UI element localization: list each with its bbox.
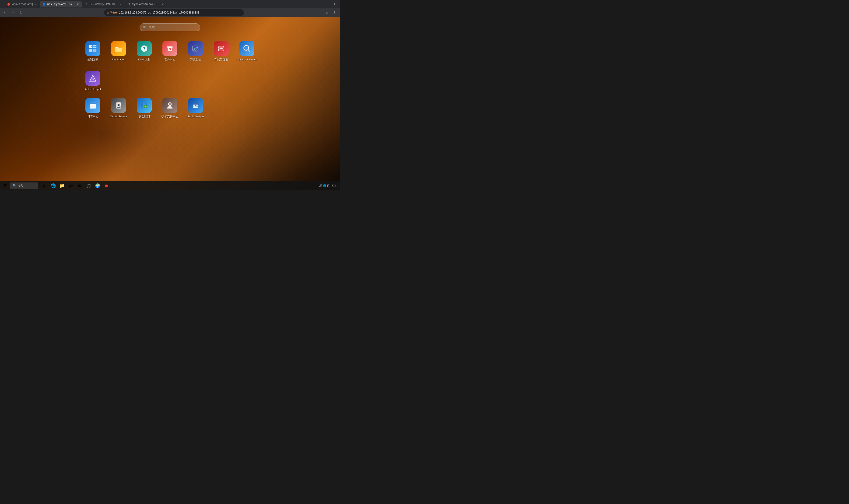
tab-label: nas - Synology DiskStation: [47, 3, 75, 6]
app-active-insight[interactable]: Ai Active Insight: [80, 68, 106, 93]
tab-favicon: 🔴: [7, 3, 10, 6]
taskbar-app-browser2[interactable]: 🌍: [93, 182, 102, 190]
address-bar: ← → ↻ ⚠ 不安全 192.168.3.228:5000/?_dc=1709…: [0, 8, 340, 17]
tab-label: S 下载中心 - DS918+ | Synology ...: [90, 2, 118, 6]
svg-text:?: ?: [143, 47, 145, 51]
bookmark-button[interactable]: ☆: [324, 9, 330, 16]
svg-text:Ai: Ai: [92, 78, 94, 80]
taskbar-clock: 202...: [331, 184, 338, 187]
search-bar[interactable]: 🔍 搜索: [140, 23, 200, 31]
app-label-oauth: OAuth Service: [110, 115, 127, 118]
app-icon-secure-signin: ✓: [137, 98, 152, 113]
svg-rect-10: [167, 47, 173, 48]
search-input[interactable]: 搜索: [149, 25, 155, 30]
app-san-manager[interactable]: SAN SAN Manager: [183, 96, 209, 121]
app-universal-search[interactable]: Universal Search: [234, 39, 260, 64]
taskbar-app-media[interactable]: 🎵: [85, 182, 93, 190]
app-storage-manager[interactable]: 存储管理器: [209, 39, 234, 64]
svg-point-33: [169, 103, 171, 105]
app-icon-support-center: [162, 98, 177, 113]
taskbar-app-taskview[interactable]: ⧉: [40, 182, 49, 190]
app-control-panel[interactable]: 控制面板: [80, 39, 106, 64]
taskbar-apps: ⧉ 🌐 📁 🛍 ✉ 🎵 🌍 ⏺: [40, 182, 111, 190]
taskbar-search-icon: 🔍: [13, 184, 16, 187]
svg-point-14: [218, 49, 224, 51]
app-label-san-manager: SAN Manager: [187, 115, 204, 118]
security-indicator: ⚠ 不安全: [107, 11, 118, 15]
app-oauth[interactable]: 🔍 OAuth Service: [106, 96, 131, 121]
app-label-support-center: 技术支持中心: [162, 115, 178, 118]
tabs-container: 🔴 login -f root (arpl) ✕ 🟦 nas - Synolog…: [4, 1, 331, 7]
app-icon-oauth: 🔍: [111, 98, 126, 113]
app-icon-file-station: [111, 41, 126, 56]
browser-tab-tab2[interactable]: 🟦 nas - Synology DiskStation ✕: [40, 1, 82, 7]
new-tab-button[interactable]: +: [331, 1, 338, 7]
forward-button[interactable]: →: [10, 9, 16, 16]
svg-point-17: [245, 47, 247, 49]
app-resource-monitor[interactable]: 资源监控: [183, 39, 209, 64]
taskbar-app-explorer[interactable]: 📁: [58, 182, 66, 190]
svg-text:✓: ✓: [144, 105, 146, 108]
tab-close-button[interactable]: ✕: [162, 3, 164, 6]
app-dsm-help[interactable]: ? DSM 说明: [131, 39, 157, 64]
app-icon-log-center: [86, 98, 100, 113]
refresh-button[interactable]: ↻: [18, 9, 24, 16]
tab-close-button[interactable]: ✕: [119, 3, 121, 6]
url-text: 192.168.3.228:5000/?_dc=1709023620124&dc…: [119, 11, 199, 14]
search-icon: 🔍: [143, 26, 147, 29]
browser-chrome: 🔴 login -f root (arpl) ✕ 🟦 nas - Synolog…: [0, 0, 340, 17]
tab-close-button[interactable]: ✕: [34, 3, 36, 6]
app-file-station[interactable]: File Station: [106, 39, 131, 64]
taskbar-app-mail[interactable]: ✉: [76, 182, 84, 190]
app-icon-resource-monitor: [188, 41, 203, 56]
taskbar: ⊞ 🔍 搜索 ⧉ 🌐 📁 🛍 ✉ 🎵 🌍 ⏺ 🔊 🌐 英 202...: [0, 181, 340, 191]
app-icon-control-panel: [86, 41, 100, 56]
browser-tab-tab4[interactable]: S Synology Archive Download Sit... ✕: [125, 1, 167, 7]
app-package-center[interactable]: S 套件中心: [157, 39, 183, 64]
app-log-center[interactable]: 日志中心: [80, 96, 106, 121]
taskbar-app-edge[interactable]: 🌐: [49, 182, 57, 190]
app-label-file-station: File Station: [112, 58, 125, 61]
tab-favicon: 🟦: [42, 3, 46, 6]
app-support-center[interactable]: 技术支持中心: [157, 96, 183, 121]
taskbar-right: 🔊 🌐 英 202...: [319, 184, 338, 187]
svg-text:S: S: [169, 48, 171, 51]
svg-rect-23: [90, 103, 96, 104]
start-button[interactable]: ⊞: [2, 182, 9, 190]
browser-tab-tab1[interactable]: 🔴 login -f root (arpl) ✕: [4, 1, 39, 7]
app-icon-active-insight: Ai: [86, 71, 100, 86]
desktop: 🔍 搜索 控制面板 File Station ? DSM 说明 S 套件中心: [0, 17, 340, 181]
app-label-resource-monitor: 资源监控: [190, 58, 201, 61]
app-label-log-center: 日志中心: [87, 115, 98, 118]
app-grid-row1: 控制面板 File Station ? DSM 说明 S 套件中心 资源监控 存…: [80, 39, 260, 93]
tab-favicon: S: [85, 3, 88, 6]
app-icon-storage-manager: [214, 41, 229, 56]
svg-rect-2: [89, 49, 92, 52]
tab-label: login -f root (arpl): [12, 3, 33, 6]
back-button[interactable]: ←: [2, 9, 8, 16]
app-label-universal-search: Universal Search: [237, 58, 257, 61]
url-box[interactable]: ⚠ 不安全 192.168.3.228:5000/?_dc=1709023620…: [104, 9, 244, 16]
taskbar-app-store[interactable]: 🛍: [67, 182, 75, 190]
app-icon-package-center: S: [162, 41, 177, 56]
tab-bar: 🔴 login -f root (arpl) ✕ 🟦 nas - Synolog…: [0, 0, 340, 8]
app-secure-signin[interactable]: ✓ 安全顾问: [131, 96, 157, 121]
tab-label: Synology Archive Download Sit...: [132, 3, 160, 6]
taskbar-search-label: 搜索: [18, 184, 23, 188]
app-label-dsm-help: DSM 说明: [138, 58, 150, 61]
svg-rect-5: [115, 48, 122, 52]
app-label-control-panel: 控制面板: [87, 58, 98, 61]
tab-close-button[interactable]: ✕: [77, 3, 79, 6]
app-grid-row2: 日志中心 🔍 OAuth Service ✓ 安全顾问 技术支持中心 SAN S…: [80, 96, 260, 125]
settings-button[interactable]: ⋮: [331, 9, 338, 16]
app-label-package-center: 套件中心: [164, 58, 176, 61]
svg-rect-3: [93, 49, 96, 52]
search-bar-wrap: 🔍 搜索: [140, 23, 200, 31]
taskbar-app-rec[interactable]: ⏺: [102, 182, 111, 190]
browser-tab-tab3[interactable]: S S 下载中心 - DS918+ | Synology ... ✕: [82, 1, 124, 7]
app-label-secure-signin: 安全顾问: [139, 115, 150, 118]
taskbar-search[interactable]: 🔍 搜索: [10, 182, 38, 189]
app-icon-universal-search: [239, 41, 254, 56]
svg-rect-36: [193, 103, 198, 105]
app-label-storage-manager: 存储管理器: [214, 58, 228, 61]
